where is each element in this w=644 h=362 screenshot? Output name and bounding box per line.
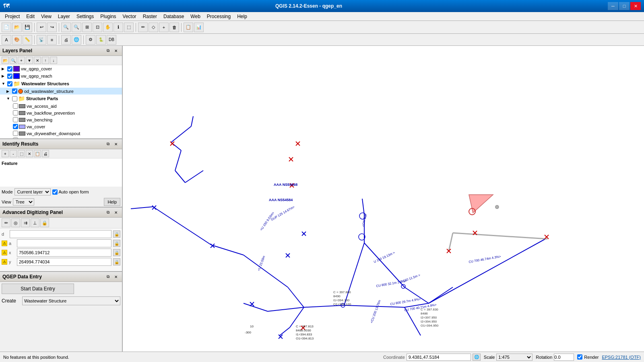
db-btn[interactable]: DB [107,35,116,45]
dig-parallel-btn[interactable]: ⇉ [21,218,30,227]
select-btn[interactable]: ⬚ [124,23,134,32]
epsg-label[interactable]: EPSG:21781 (OTF) [602,355,641,360]
dig-a-input[interactable] [17,239,111,247]
gps-btn[interactable]: 📡 [37,35,46,45]
dig-enable-btn[interactable]: ✏ [2,218,10,227]
start-data-entry-button[interactable]: Start Data Entry [2,284,74,294]
filter-layer-btn[interactable]: 🔍 [10,57,17,64]
auto-open-form-checkbox[interactable] [52,189,58,195]
menu-project[interactable]: Project [2,13,23,20]
zoom-full-btn[interactable]: ⊞ [82,23,92,32]
undo-btn[interactable]: ↩ [37,23,46,32]
dig-perp-btn[interactable]: ⊥ [31,218,39,227]
close-button[interactable]: ✕ [630,2,641,10]
zoom-in-btn[interactable]: 🔍 [61,23,71,32]
identify-clear-btn[interactable]: ✕ [26,150,33,157]
layer-order-btn[interactable]: ≡ [47,35,57,45]
wms-btn[interactable]: 🌐 [72,35,81,45]
layer-checkbox[interactable] [7,66,12,72]
layer-checkbox[interactable] [7,74,12,79]
dig-lock-btn[interactable]: 🔒 [40,218,49,227]
identify-copy-btn[interactable]: 📋 [34,150,41,157]
node-btn[interactable]: ◇ [149,23,158,32]
move-down-btn[interactable]: ↓ [50,57,57,64]
menu-plugins[interactable]: Plugins [97,13,119,20]
digitize-btn[interactable]: ✏ [138,23,148,32]
new-project-btn[interactable]: 📄 [2,23,11,32]
python-btn[interactable]: 🐍 [96,35,106,45]
layer-checkbox[interactable] [13,117,18,122]
identify-expand-btn[interactable]: + [2,150,9,157]
layers-panel-close-btn[interactable]: ✕ [112,47,120,54]
open-layer-btn[interactable]: 📂 [2,57,9,64]
identify-collapse-btn[interactable]: - [10,150,17,157]
data-entry-panel-close-btn[interactable]: ✕ [112,273,120,280]
layer-item-vw-qgep-reach[interactable]: ▶ vw_qgep_reach [0,72,122,80]
layer-group-checkbox[interactable] [12,96,17,101]
digitizing-panel-close-btn[interactable]: ✕ [112,209,120,216]
pan-btn[interactable]: ✋ [103,23,113,32]
layer-group-checkbox[interactable] [7,81,12,86]
render-checkbox[interactable] [577,354,582,360]
layer-item-od-wastewater-structure[interactable]: ▶ od_wastewater_structure [0,88,122,95]
processing-btn[interactable]: ⚙ [86,35,95,45]
statistics-btn[interactable]: 📊 [194,23,204,32]
dig-y-lock[interactable]: 🔒 [113,258,120,265]
zoom-out-btn[interactable]: 🔍 [72,23,81,32]
identify-print-btn[interactable]: 🖨 [42,150,49,157]
dig-snap-btn[interactable]: ◎ [11,218,20,227]
identify-panel-float-btn[interactable]: ⧉ [104,140,111,148]
redo-btn[interactable]: ↪ [47,23,57,32]
create-select[interactable]: Wastewater Structure Reach [22,296,120,305]
remove-layer-btn[interactable]: ✕ [34,57,41,64]
layer-item-vw-backflow-prevention[interactable]: vw_backflow_prevention [0,109,122,116]
layer-checkbox[interactable] [13,103,18,109]
view-select[interactable]: Tree Table [13,198,34,206]
add-group-btn[interactable]: + [18,57,25,64]
layer-group-wastewater-structures[interactable]: ▼ 📁 Wastewater Structures [0,80,122,88]
move-up-btn[interactable]: ↑ [42,57,49,64]
attribute-table-btn[interactable]: 📋 [184,23,193,32]
minimize-button[interactable]: ─ [608,2,618,10]
layer-item-vw-cover[interactable]: vw_cover [0,123,122,130]
layer-checkbox[interactable] [13,131,18,136]
label-btn[interactable]: A [2,35,11,45]
save-project-btn[interactable]: 💾 [23,23,32,32]
open-project-btn[interactable]: 📂 [12,23,22,32]
data-entry-panel-float-btn[interactable]: ⧉ [104,273,111,280]
layer-item-vw-dryweather-downspout[interactable]: vw_dryweather_downspout [0,130,122,137]
layer-item-vw-access-aid[interactable]: vw_access_aid [0,103,122,109]
identify-panel-close-btn[interactable]: ✕ [112,140,120,148]
layer-checkbox[interactable] [12,88,17,94]
layers-panel-float-btn[interactable]: ⧉ [104,47,111,54]
mode-select[interactable]: Current layer Top down All layers [14,188,51,195]
menu-database[interactable]: Database [160,13,187,20]
menu-layer[interactable]: Layer [55,13,73,20]
dig-d-lock[interactable]: 🔒 [113,230,120,238]
scale-select[interactable]: 1:475 1:500 1:1000 1:2500 1:5000 [496,354,533,361]
add-feature-btn[interactable]: + [159,23,169,32]
maximize-button[interactable]: □ [619,2,630,10]
zoom-layer-btn[interactable]: ⊡ [93,23,102,32]
rotation-input[interactable] [554,354,574,361]
menu-processing[interactable]: Processing [204,13,234,20]
layer-item-vw-benching[interactable]: vw_benching [0,116,122,123]
identify-btn[interactable]: ℹ [114,23,123,32]
delete-feature-btn[interactable]: 🗑 [169,23,179,32]
identify-select-btn[interactable]: ⬚ [18,150,25,157]
collapse-all-btn[interactable]: ▼ [26,57,33,64]
menu-view[interactable]: View [38,13,55,20]
layer-checkbox[interactable] [13,124,18,129]
menu-vector[interactable]: Vector [120,13,140,20]
dig-y-input[interactable] [17,258,111,266]
dig-a-lock[interactable]: 🔒 [113,240,120,247]
dig-d-input[interactable] [10,230,111,238]
measure-btn[interactable]: 📏 [23,35,32,45]
coordinate-crs-btn[interactable]: 🌐 [473,354,481,361]
layer-item-vw-qgep-cover[interactable]: ▶ vw_qgep_cover [0,65,122,72]
print-btn[interactable]: 🖨 [61,35,71,45]
dig-x-input[interactable] [17,249,111,257]
menu-edit[interactable]: Edit [23,13,38,20]
menu-help[interactable]: Help [234,13,250,20]
layer-checkbox[interactable] [13,110,18,115]
